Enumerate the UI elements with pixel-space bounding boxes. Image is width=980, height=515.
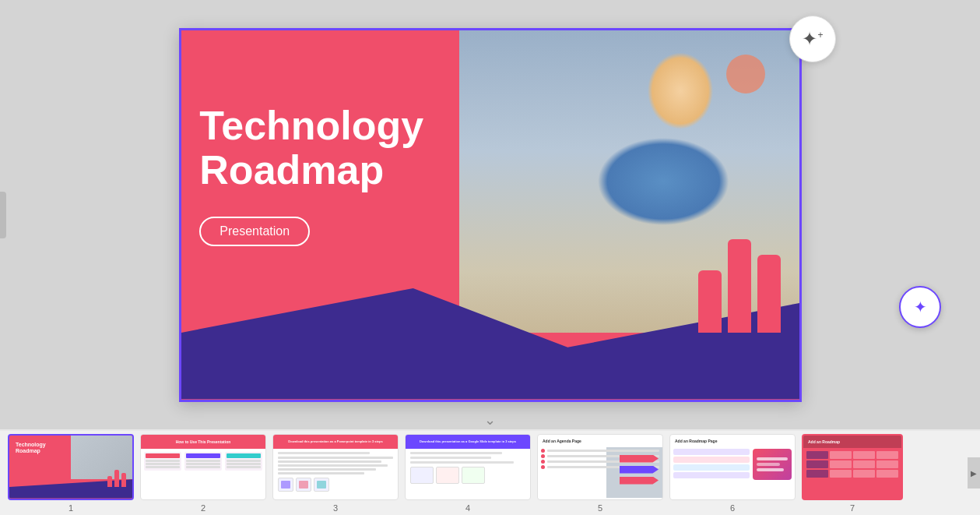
thumbnail-7[interactable]: Add an Roadmap 7 xyxy=(802,434,903,513)
thumb7-cell6 xyxy=(830,460,852,468)
thumbnail-number-3: 3 xyxy=(333,503,338,513)
thumb5-dot3 xyxy=(541,460,545,464)
thumb2-col-2 xyxy=(184,452,222,471)
thumb7-cell11 xyxy=(853,470,875,478)
thumb2-line9 xyxy=(227,466,261,468)
thumbnail-number-1: 1 xyxy=(68,503,73,513)
thumb2-line7 xyxy=(227,460,261,462)
bar-3 xyxy=(757,255,781,333)
thumb3-b1 xyxy=(278,457,393,459)
thumb4-icons xyxy=(410,467,525,484)
thumb7-cell8 xyxy=(876,460,898,468)
thumb2-line8 xyxy=(227,463,261,465)
thumb5-dot4 xyxy=(541,465,545,469)
bar-2 xyxy=(728,239,751,333)
thumb3-icon1 xyxy=(278,478,293,492)
magic-tools-button[interactable]: ✦ xyxy=(899,286,941,328)
thumb4-title: Download this presentation as a Google S… xyxy=(420,439,516,443)
magic-icon: ✦ xyxy=(914,298,927,316)
slide-subtitle-button: Presentation xyxy=(199,217,310,246)
thumbnail-5[interactable]: Add an Agenda Page xyxy=(537,434,663,513)
thumb4-icon1 xyxy=(410,467,434,484)
thumb2-header: How to Use This Presentation xyxy=(141,435,265,449)
thumb6-title: Add an Roadmap Page xyxy=(675,439,717,443)
thumb5-title: Add an Agenda Page xyxy=(543,439,581,443)
thumb3-b4 xyxy=(278,468,376,471)
ai-generate-button[interactable]: ✦+ xyxy=(789,16,836,62)
thumb7-grid xyxy=(803,448,901,481)
thumb6-block2 xyxy=(673,457,750,463)
thumb5-dot1 xyxy=(541,449,545,453)
thumb3-icon2 xyxy=(296,478,311,492)
thumb6-mini-line1 xyxy=(757,457,788,460)
thumb2-line4 xyxy=(186,460,220,462)
main-slide[interactable]: Technology Roadmap Presentation xyxy=(179,28,802,402)
thumb6-body xyxy=(670,447,795,481)
thumb3-body xyxy=(273,449,398,495)
thumb6-image xyxy=(753,449,792,480)
thumbnail-slide-5: Add an Agenda Page xyxy=(537,434,663,500)
thumbnail-4[interactable]: Download this presentation as a Google S… xyxy=(405,434,531,513)
thumb2-col-1 xyxy=(144,452,181,471)
thumb7-cell12 xyxy=(876,470,898,478)
thumb3-line1 xyxy=(278,452,370,454)
thumb7-cell3 xyxy=(853,451,875,459)
left-panel-toggle[interactable] xyxy=(0,192,6,238)
thumb5-dot2 xyxy=(541,454,545,458)
thumb2-col-head-3 xyxy=(227,453,261,458)
thumb5-arrows xyxy=(620,455,659,485)
thumbnail-slide-2: How to Use This Presentation xyxy=(140,434,266,500)
scroll-handle[interactable]: ⌄ xyxy=(475,412,506,428)
thumb5-arrow1 xyxy=(620,455,659,463)
thumb3-b5 xyxy=(278,472,364,474)
thumb3-title: Download this presentation as a Powerpoi… xyxy=(288,439,382,443)
strip-next-arrow[interactable]: ▶ xyxy=(968,457,980,489)
thumb7-cell2 xyxy=(830,451,852,459)
thumbnail-slide-7: Add an Roadmap xyxy=(802,434,903,500)
thumb1-title: TechnologyRoadmap xyxy=(16,442,46,455)
slide-title-area: Technology Roadmap Presentation xyxy=(199,104,471,245)
thumbnail-number-5: 5 xyxy=(598,503,602,513)
thumb7-title: Add an Roadmap xyxy=(808,439,840,444)
thumbnail-3[interactable]: Download this presentation as a Powerpoi… xyxy=(272,434,399,513)
thumb3-icon3 xyxy=(314,478,329,492)
thumb7-cell5 xyxy=(806,460,828,468)
thumbnail-6[interactable]: Add an Roadmap Page xyxy=(669,434,796,513)
thumbnail-number-6: 6 xyxy=(730,503,735,513)
thumb4-header: Download this presentation as a Google S… xyxy=(406,435,530,449)
thumb7-cell10 xyxy=(830,470,852,478)
thumb6-block3 xyxy=(673,464,750,471)
thumb2-col-3 xyxy=(225,452,262,471)
thumb6-header: Add an Roadmap Page xyxy=(670,435,795,447)
thumb3-b2 xyxy=(278,460,381,463)
thumb5-visual xyxy=(538,447,662,498)
main-canvas: Technology Roadmap Presentation ✦+ ✦ xyxy=(0,0,980,429)
thumb6-mini xyxy=(753,454,791,474)
chevron-right-icon: ▶ xyxy=(971,469,977,478)
thumb2-line5 xyxy=(186,463,220,465)
thumb4-line2 xyxy=(410,457,491,459)
slide-title: Technology Roadmap xyxy=(199,104,471,192)
thumb5-arrow2 xyxy=(620,466,659,474)
thumb2-line xyxy=(146,460,180,462)
thumb4-icon3 xyxy=(462,467,485,484)
thumb4-body xyxy=(406,449,530,487)
thumb3-b3 xyxy=(278,464,388,467)
thumbnail-slide-1: TechnologyRoadmap xyxy=(8,434,134,500)
thumb5-row1 xyxy=(541,449,659,453)
thumbnail-1[interactable]: TechnologyRoadmap 1 xyxy=(8,434,134,513)
thumb7-cell9 xyxy=(806,470,828,478)
thumb7-cell1 xyxy=(806,451,828,459)
thumb6-side xyxy=(673,449,750,480)
thumbnail-number-4: 4 xyxy=(465,503,470,513)
thumb3-header: Download this presentation as a Powerpoi… xyxy=(273,435,398,449)
thumb2-line2 xyxy=(146,463,180,465)
red-bars-decoration xyxy=(698,239,781,333)
thumb2-line3 xyxy=(146,466,180,468)
thumb1-bars xyxy=(107,470,126,487)
thumb2-body xyxy=(141,449,265,474)
thumbnail-2[interactable]: How to Use This Presentation xyxy=(140,434,266,513)
thumbnail-slide-3: Download this presentation as a Powerpoi… xyxy=(272,434,399,500)
thumb2-col-head-2 xyxy=(186,453,220,458)
thumbnail-number-2: 2 xyxy=(201,503,205,513)
